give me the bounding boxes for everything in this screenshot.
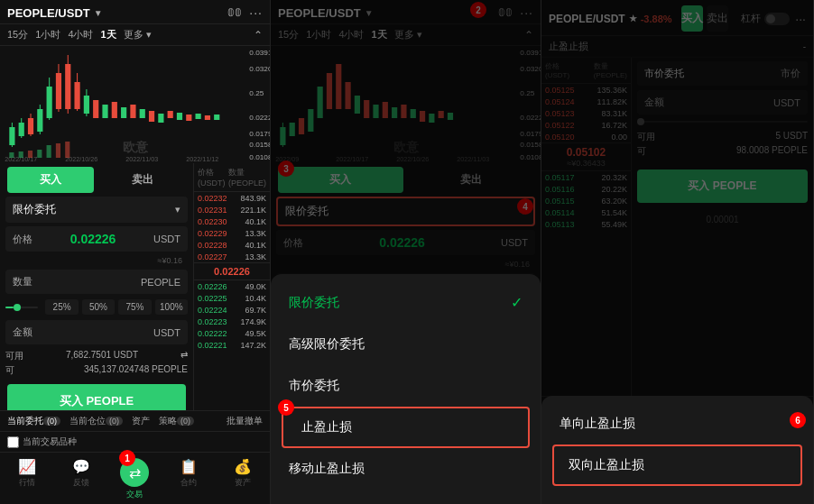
panel1-header: PEOPLE/USDT ▼ 𝟘𝟘 ··· <box>0 0 270 24</box>
curr-orders-section-1: 当前委托(0) 当前仓位(0) 资产 策略(0) 批量撤单 当前交易品种 <box>0 410 270 452</box>
feedback-icon-1: 💬 <box>72 458 90 475</box>
candlestick-icon-1[interactable]: 𝟘𝟘 <box>227 6 242 19</box>
ob-bid-5: 0.0222249.5K <box>194 327 270 339</box>
curr-orders-tabs-1: 当前委托(0) 当前仓位(0) 资产 策略(0) 批量撤单 <box>0 411 270 432</box>
pct-75-1[interactable]: 75% <box>118 299 151 315</box>
dd-item-sl-label-2: 止盈止损 <box>301 419 352 434</box>
svg-rect-47 <box>47 145 51 158</box>
dropdown-content-2: 限价委托 ✓ 高级限价委托 市价委托 止盈止损 移动止盈止损 <box>271 274 541 504</box>
dd-item-trailing-2[interactable]: 移动止盈止损 <box>271 448 541 490</box>
tab-15min-1[interactable]: 15分 <box>7 28 28 41</box>
svg-text:0.02226: 0.02226 <box>249 114 270 122</box>
pct-slider-1[interactable] <box>5 307 38 308</box>
amount-row-1[interactable]: 金额 USDT <box>5 320 188 344</box>
batch-btn-1[interactable]: 批量撤单 <box>227 415 263 427</box>
price-input-1[interactable]: 价格 0.02226 USDT <box>5 226 188 252</box>
buy-sell-tabs-1: 买入 卖出 <box>0 163 193 197</box>
p3-popup-item-dual[interactable]: 双向止盈止损 <box>552 444 802 486</box>
transfer-icon-1[interactable]: ⇄ <box>180 350 188 362</box>
ob-bid-4: 0.02223174.9K <box>194 316 270 327</box>
tab-1h-1[interactable]: 1小时 <box>35 28 60 41</box>
chart-watermark-1: 欧意 <box>123 140 148 156</box>
dd-item-sl-2[interactable]: 止盈止损 <box>282 407 530 448</box>
bottom-tab-feedback-1[interactable]: 💬 反馈 <box>54 456 108 502</box>
svg-text:0.01086: 0.01086 <box>249 153 270 161</box>
amount-label-1: 金额 <box>13 325 32 339</box>
chart-toggle-1[interactable]: ⌃ <box>254 29 263 41</box>
amount-unit-1: USDT <box>153 327 180 338</box>
panel-2: PEOPLE/USDT ▼ 𝟘𝟘 ··· 2 15分 1小时 4小时 1天 更多… <box>271 0 541 504</box>
bottom-tab-contract-1[interactable]: 📋 合约 <box>162 456 216 502</box>
chart-area-1: 0.03915 0.03208 0.25 0.02226 0.01795 0.0… <box>0 46 270 163</box>
panel-3: PEOPLE/USDT ★ -3.88% 买入 卖出 杠杆 ··· 止盈止损 - <box>541 0 814 504</box>
price-value-1: 0.02226 <box>70 232 116 246</box>
annotation-5: 5 <box>278 399 294 416</box>
svg-rect-30 <box>140 109 145 118</box>
svg-text:0.01585: 0.01585 <box>249 141 270 149</box>
ob-header-1: 价格(USDT) 数量(PEOPLE) <box>194 163 270 192</box>
more-icon-1[interactable]: ··· <box>249 5 263 20</box>
bottom-tab-contract-label-1: 合约 <box>180 477 197 489</box>
orderbook-1: 价格(USDT) 数量(PEOPLE) 0.02232843.9K 0.0223… <box>193 163 270 410</box>
svg-text:0.03208: 0.03208 <box>249 65 270 73</box>
avail-label-usdt-1: 可用 <box>5 350 23 362</box>
svg-text:2022/11/12: 2022/11/12 <box>186 156 218 163</box>
svg-text:0.25: 0.25 <box>249 89 264 97</box>
order-type-label-1: 限价委托 <box>13 202 56 217</box>
ob-ask-5: 0.0222840.1K <box>194 239 270 251</box>
tab-1d-1[interactable]: 1天 <box>101 28 116 41</box>
p3-popup-item-single[interactable]: 单向止盈止损 <box>541 403 813 444</box>
pct-25-1[interactable]: 25% <box>45 299 78 315</box>
ob-ask-6: 0.0222713.3K <box>194 251 270 262</box>
annotation-1: 1 <box>119 450 135 466</box>
dd-item-market-2[interactable]: 市价委托 <box>271 365 541 407</box>
buy-button-1[interactable]: 买入 <box>7 167 94 193</box>
pct-50-1[interactable]: 50% <box>82 299 115 315</box>
header-icons-1: 𝟘𝟘 ··· <box>227 5 263 20</box>
bottom-tab-trade-1[interactable]: ⇄ 交易 <box>108 456 162 502</box>
dd-item-limit-2[interactable]: 限价委托 ✓ <box>271 281 541 324</box>
order-type-arrow-1: ▾ <box>175 204 180 215</box>
svg-rect-37 <box>205 115 210 120</box>
buy-action-btn-1[interactable]: 买入 PEOPLE <box>7 384 186 410</box>
curr-pair-label-1: 当前交易品种 <box>23 435 77 448</box>
order-form-1: 限价委托 ▾ 价格 0.02226 USDT ≈¥0.16 数量 PEOPLE <box>0 197 193 379</box>
pct-100-1[interactable]: 100% <box>155 299 188 315</box>
svg-rect-34 <box>177 113 182 120</box>
bottom-tab-market-label-1: 行情 <box>19 477 35 489</box>
svg-rect-26 <box>102 105 107 118</box>
trade-ob-section-1: 买入 卖出 限价委托 ▾ 价格 0.02226 USDT ≈¥0.16 数量 P… <box>0 163 270 410</box>
p3-popup-content: 单向止盈止损 双向止盈止损 <box>541 396 813 504</box>
pair-title-1[interactable]: PEOPLE/USDT ▼ <box>7 6 103 20</box>
svg-rect-48 <box>56 143 60 158</box>
svg-rect-28 <box>121 107 126 118</box>
qty-input-1[interactable]: 数量 PEOPLE <box>5 270 188 294</box>
pair-name-1: PEOPLE/USDT <box>7 6 90 20</box>
dd-item-advanced-2[interactable]: 高级限价委托 <box>271 324 541 365</box>
ob-ask-1: 0.02232843.9K <box>194 192 270 204</box>
tab-more-1[interactable]: 更多 ▾ <box>124 28 152 41</box>
p3-popup-spacer[interactable] <box>541 0 813 396</box>
svg-rect-25 <box>93 100 98 118</box>
dropdown-arrow-1[interactable]: ▼ <box>94 8 103 18</box>
sell-button-1[interactable]: 卖出 <box>99 167 186 193</box>
order-type-row-1[interactable]: 限价委托 ▾ <box>5 197 188 223</box>
panel2-dropdown-overlay[interactable]: 限价委托 ✓ 高级限价委托 市价委托 止盈止损 移动止盈止损 <box>271 0 541 504</box>
svg-rect-38 <box>214 115 219 120</box>
curr-tab-strategy-1[interactable]: 策略(0) <box>159 415 194 427</box>
curr-tab-orders-1[interactable]: 当前委托(0) <box>7 415 60 427</box>
curr-tab-assets-1[interactable]: 资产 <box>132 415 150 427</box>
svg-text:0.01795: 0.01795 <box>249 130 270 138</box>
bottom-tab-market-1[interactable]: 📈 行情 <box>0 456 54 502</box>
svg-rect-27 <box>112 102 117 118</box>
tab-4h-1[interactable]: 4小时 <box>68 28 93 41</box>
curr-tab-pos-1[interactable]: 当前仓位(0) <box>69 415 123 427</box>
dropdown-spacer-2[interactable] <box>271 0 541 274</box>
ob-bid-2: 0.0222510.4K <box>194 292 270 304</box>
bottom-tab-assets-1[interactable]: 💰 资产 <box>216 456 270 502</box>
p3-popup-overlay[interactable]: 单向止盈止损 双向止盈止损 <box>541 0 813 504</box>
pct-row-1: 25% 50% 75% 100% <box>5 298 188 316</box>
curr-pair-checkbox-1[interactable] <box>7 436 19 448</box>
bottom-tab-assets-label-1: 资产 <box>235 477 251 489</box>
svg-rect-33 <box>168 111 173 118</box>
